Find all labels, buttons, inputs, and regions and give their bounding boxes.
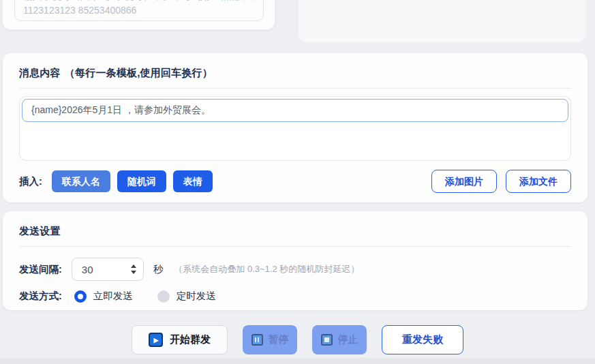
interval-input[interactable]: 30 [72, 258, 144, 281]
add-file-button[interactable]: 添加文件 [506, 170, 571, 193]
bulk-message-sender-page: { "colors": { "page_bg": "#edeff3", "acc… [0, 0, 595, 364]
insert-random-word-button[interactable]: 随机词 [117, 170, 166, 192]
message-template-area[interactable]: {name}2026年5月1日 ，请参加外贸展会。 [19, 96, 571, 161]
method-label: 发送方式: [19, 290, 62, 303]
section-divider [19, 88, 571, 89]
phone-placeholder-line2: 1123123123 85253400866 [23, 3, 255, 18]
interval-label: 发送间隔: [19, 263, 62, 276]
insert-emoji-button[interactable]: 表情 [173, 170, 213, 192]
interval-note: （系统会自动叠加 0.3~1.2 秒的随机防封延迟） [174, 263, 359, 275]
radio-unselected-icon [157, 290, 170, 303]
pause-button-label: 暂停 [269, 333, 289, 346]
interval-value: 30 [82, 264, 131, 275]
message-title-text: 消息内容 [19, 67, 61, 78]
stop-icon [321, 334, 333, 346]
spinner-up-icon[interactable] [131, 264, 136, 268]
interval-spinner[interactable] [131, 264, 136, 274]
resend-failed-button[interactable]: 重发失败 [382, 325, 463, 354]
radio-send-now[interactable]: 立即发送 [74, 290, 133, 303]
template-text: {name}2026年5月1日 ，请参加外贸展会。 [31, 104, 211, 117]
footer-strip [0, 358, 595, 364]
add-image-button[interactable]: 添加图片 [431, 170, 497, 193]
radio-scheduled[interactable]: 定时发送 [157, 290, 216, 303]
radio-selected-icon [74, 290, 87, 303]
template-line-input[interactable]: {name}2026年5月1日 ，请参加外贸展会。 [22, 99, 568, 122]
message-section-title: 消息内容（每行一条模板,使用回车换行） [3, 53, 588, 80]
phone-numbers-textarea[interactable]: 输入手机号（国家码+手机号），多个号码用空格隔开，如 1123123123 85… [14, 0, 264, 21]
start-bulk-send-button[interactable]: ▶ 开始群发 [132, 325, 228, 354]
method-row: 发送方式: 立即发送 定时发送 [19, 290, 571, 303]
send-settings-section: 发送设置 发送间隔: 30 秒 （系统会自动叠加 0.3~1.2 秒的随机防封延… [3, 211, 588, 310]
section-divider [19, 246, 571, 247]
stop-button-label: 停止 [338, 333, 358, 346]
pause-button[interactable]: 暂停 [243, 325, 297, 354]
play-icon: ▶ [149, 333, 163, 347]
start-button-label: 开始群发 [170, 333, 211, 346]
insert-label: 插入: [19, 175, 42, 188]
send-method-radio-group: 立即发送 定时发送 [74, 290, 241, 303]
interval-unit: 秒 [153, 263, 164, 276]
top-right-panel [298, 0, 587, 43]
interval-row: 发送间隔: 30 秒 （系统会自动叠加 0.3~1.2 秒的随机防封延迟） [19, 258, 571, 281]
insert-contact-name-button[interactable]: 联系人名 [52, 170, 110, 192]
pause-icon [251, 334, 263, 346]
message-content-section: 消息内容（每行一条模板,使用回车换行） {name}2026年5月1日 ，请参加… [3, 53, 588, 202]
radio-scheduled-label: 定时发送 [177, 290, 216, 303]
message-title-hint: （每行一条模板,使用回车换行） [65, 67, 213, 78]
spinner-down-icon[interactable] [131, 271, 136, 274]
stop-button[interactable]: 停止 [312, 325, 367, 354]
phone-input-card: 输入手机号（国家码+手机号），多个号码用空格隔开，如 1123123123 85… [2, 0, 275, 30]
settings-section-title: 发送设置 [3, 211, 588, 238]
actions-row: ▶ 开始群发 暂停 停止 重发失败 [0, 325, 595, 354]
radio-send-now-label: 立即发送 [93, 290, 133, 303]
insert-toolbar: 插入: 联系人名 随机词 表情 添加图片 添加文件 [19, 170, 571, 193]
